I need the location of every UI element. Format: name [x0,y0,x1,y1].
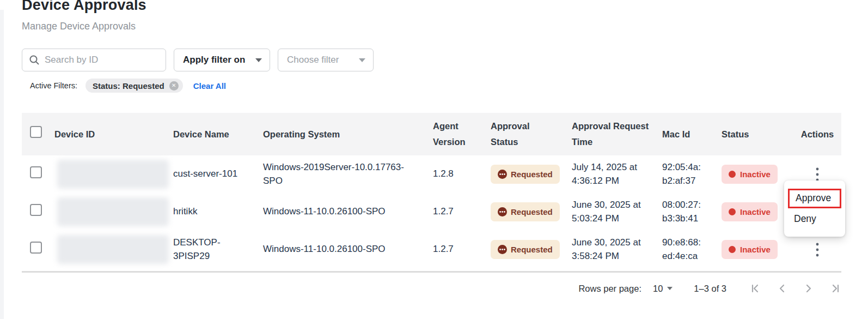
rows-per-page-value: 10 [653,284,663,294]
status-dot-icon [729,171,736,178]
column-header-device-id: Device ID [54,127,173,142]
approval-status-badge: Requested [491,240,560,259]
choose-filter-label: Choose filter [287,55,339,65]
column-header-agent-version: Agent Version [433,118,491,150]
pagination-range: 1–3 of 3 [694,284,726,294]
approval-status-text: Requested [511,244,553,255]
column-header-actions: Actions [793,127,841,142]
active-filters-bar: Active Filters: Status: Requested ✕ Clea… [30,79,226,93]
previous-page-icon[interactable] [776,282,788,294]
first-page-icon[interactable] [749,282,761,294]
devices-table: Device ID Device Name Operating System A… [22,113,841,273]
request-time-cell: June 30, 2025 at 3:58:24 PM [572,236,662,262]
apply-filter-label: Apply filter on [183,55,245,65]
requested-dots-icon [498,207,507,216]
requested-dots-icon [498,170,507,179]
device-approvals-page: Device Approvals Manage Device Approvals… [0,0,868,319]
clear-all-link[interactable]: Clear All [193,81,226,91]
filter-chip-label: Status: Requested [93,81,164,91]
status-text: Inactive [740,206,771,218]
column-header-mac-id: Mac Id [662,127,722,142]
request-time-cell: June 30, 2025 at 5:03:24 PM [572,198,662,225]
chevron-down-icon [255,58,262,62]
status-badge: Inactive [722,240,778,259]
filter-chip: Status: Requested ✕ [85,79,183,93]
table-bottom-divider [22,271,841,273]
mac-id-cell: 08:00:27:b3:3b:41 [662,198,722,225]
agent-version-cell: 1.2.8 [433,167,491,180]
column-header-status: Status [722,127,793,142]
status-text: Inactive [740,168,771,180]
menu-item-deny[interactable]: Deny [784,208,845,225]
status-badge: Inactive [722,165,778,184]
chevron-down-icon [667,287,673,290]
os-cell: Windows-11-10.0.26100-SPO [263,205,433,218]
redacted-device-id [57,235,169,264]
request-time-cell: July 14, 2025 at 4:36:12 PM [572,161,662,187]
remove-filter-icon[interactable]: ✕ [169,81,179,91]
table-row: hritikk Windows-11-10.0.26100-SPO 1.2.7 … [22,193,841,231]
row-checkbox[interactable] [30,242,42,254]
table-row: cust-server-101 Windows-2019Server-10.0.… [22,155,841,193]
next-page-icon[interactable] [803,282,815,294]
row-actions-button[interactable] [810,167,825,182]
last-page-icon[interactable] [829,282,841,294]
apply-filter-dropdown[interactable]: Apply filter on [174,49,270,71]
mac-id-cell: 90:e8:68:ed:4e:ca [662,236,722,262]
status-dot-icon [729,208,736,215]
table-header-row: Device ID Device Name Operating System A… [22,113,841,155]
pagination-bar: Rows per page: 10 1–3 of 3 [578,282,841,294]
column-header-approval-status: Approval Status [491,118,572,150]
approval-status-badge: Requested [491,165,560,184]
page-subtitle: Manage Device Approvals [22,21,136,32]
agent-version-cell: 1.2.7 [433,205,491,218]
choose-filter-dropdown[interactable]: Choose filter [278,49,374,71]
search-icon [29,55,40,65]
menu-item-approve[interactable]: Approve [788,189,841,208]
approval-status-badge: Requested [491,202,560,221]
column-header-device-name: Device Name [173,127,263,142]
column-header-os: Operating System [263,127,433,142]
status-dot-icon [729,246,736,253]
toolbar: Apply filter on Choose filter [22,49,374,71]
table-row: DESKTOP-3PISP29 Windows-11-10.0.26100-SP… [22,231,841,268]
row-checkbox[interactable] [30,204,42,216]
chevron-down-icon [359,58,365,62]
requested-dots-icon [498,245,507,254]
rows-per-page-select[interactable]: 10 [653,284,673,294]
device-name-cell: cust-server-101 [173,167,263,180]
device-name-cell: DESKTOP-3PISP29 [173,236,263,262]
row-actions-button[interactable] [810,242,825,257]
search-input[interactable] [45,55,159,65]
column-header-request-time: Approval Request Time [572,118,662,150]
device-name-cell: hritikk [173,205,263,218]
page-title: Device Approvals [22,0,146,14]
approval-status-text: Requested [511,168,553,180]
agent-version-cell: 1.2.7 [433,243,491,256]
rows-per-page-label: Rows per page: [578,284,641,294]
os-cell: Windows-2019Server-10.0.17763-SPO [263,161,433,187]
redacted-device-id [57,197,169,226]
search-box[interactable] [22,49,166,71]
actions-context-menu: Approve Deny [784,180,845,237]
active-filters-label: Active Filters: [30,81,77,90]
row-checkbox[interactable] [30,166,42,178]
status-text: Inactive [740,244,771,255]
left-edge-strip [0,10,4,319]
status-badge: Inactive [722,202,778,221]
os-cell: Windows-11-10.0.26100-SPO [263,243,433,256]
approval-status-text: Requested [511,206,553,218]
select-all-checkbox[interactable] [30,126,42,138]
mac-id-cell: 92:05:4a:b2:af:37 [662,161,722,187]
redacted-device-id [57,160,169,189]
